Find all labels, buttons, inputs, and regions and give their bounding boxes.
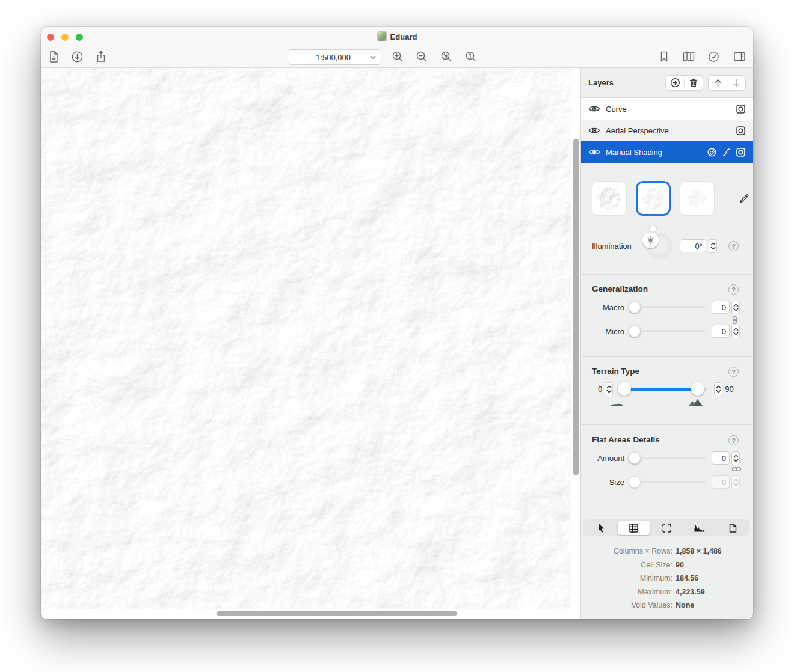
micro-value-field[interactable]: 0 — [712, 325, 730, 338]
terrain-type-max-value: 90 — [725, 385, 733, 394]
visibility-eye-icon[interactable] — [588, 105, 600, 113]
layer-row-curve[interactable]: Curve — [581, 98, 753, 120]
download-circle-icon — [71, 50, 84, 63]
app-window: Eduard 1:500,000 — [41, 27, 753, 619]
map-view-button[interactable] — [681, 49, 697, 64]
delete-layer-button[interactable] — [685, 76, 703, 90]
macro-slider[interactable] — [629, 301, 706, 313]
macro-stepper[interactable] — [731, 301, 740, 314]
grid-info-panel: Columns × Rows: 1,858 × 1,486 Cell Size:… — [581, 545, 743, 612]
illumination-help-button[interactable]: ? — [728, 241, 739, 251]
illumination-dial-knob[interactable] — [642, 232, 659, 248]
micro-slider[interactable] — [629, 325, 706, 337]
zoom-in-button[interactable] — [390, 49, 405, 64]
terrain-type-max-thumb[interactable] — [691, 382, 704, 396]
terrain-type-min-value: 0 — [598, 385, 602, 394]
terrain-type-min-stepper[interactable] — [605, 382, 613, 396]
download-button[interactable] — [69, 49, 85, 64]
illumination-angle-field[interactable]: 0° — [680, 239, 706, 252]
checkmark-seal-button[interactable] — [706, 49, 721, 64]
illumination-label: Illumination — [592, 242, 632, 251]
style-thumbnail-detailed[interactable] — [592, 181, 627, 216]
layers-header: Layers — [581, 68, 753, 97]
macro-value-field[interactable]: 0 — [712, 301, 730, 314]
layer-mask-icon[interactable] — [736, 104, 746, 114]
toggle-sidebar-button[interactable] — [731, 49, 747, 64]
tab-selection[interactable] — [651, 521, 683, 535]
inspector-mode-tabs — [583, 519, 750, 536]
share-button[interactable] — [93, 49, 109, 64]
terrain-style-preview — [640, 185, 666, 212]
map-canvas[interactable] — [41, 68, 580, 619]
layer-tone-icon[interactable] — [707, 147, 717, 157]
terrain-type-min-thumb[interactable] — [618, 382, 631, 396]
layer-row-aerial-perspective[interactable]: Aerial Perspective — [581, 120, 753, 141]
edit-style-button[interactable] — [737, 191, 752, 206]
layer-mask-icon[interactable] — [736, 126, 746, 136]
terrain-type-range-slider[interactable] — [618, 382, 709, 396]
terrain-type-help-button[interactable]: ? — [728, 367, 739, 377]
bookmarks-button[interactable] — [656, 49, 672, 64]
zoom-actual-size-button[interactable] — [463, 49, 479, 64]
micro-stepper[interactable] — [731, 325, 740, 338]
zoom-fit-button[interactable] — [439, 49, 454, 64]
bookmark-icon — [659, 50, 669, 63]
amount-size-link-button[interactable] — [731, 466, 742, 472]
zoom-in-icon — [392, 50, 404, 63]
layer-name: Aerial Perspective — [606, 126, 669, 135]
tab-histogram[interactable] — [683, 521, 716, 535]
window-title: Eduard — [41, 31, 753, 41]
map-scale-select[interactable]: 1:500,000 — [288, 49, 381, 65]
info-value: 184.56 — [676, 574, 698, 582]
vertical-scrollbar[interactable] — [573, 139, 579, 475]
share-icon — [95, 50, 107, 63]
new-document-button[interactable] — [46, 49, 61, 64]
zoom-out-button[interactable] — [414, 49, 429, 64]
layer-row-manual-shading[interactable]: Manual Shading — [581, 141, 753, 163]
zoom-out-icon — [416, 50, 428, 63]
amount-row: Amount 0 — [581, 451, 753, 465]
info-label: Cell Size: — [581, 561, 676, 569]
generalization-help-button[interactable]: ? — [728, 284, 739, 295]
add-layer-button[interactable] — [666, 76, 684, 90]
macro-micro-link-button[interactable] — [731, 316, 738, 325]
info-value: 90 — [676, 561, 684, 569]
shading-style-thumbnails — [592, 181, 752, 216]
amount-value-field[interactable]: 0 — [712, 451, 730, 465]
info-row: Minimum: 184.56 — [581, 572, 743, 585]
title-bar: Eduard — [41, 27, 753, 46]
selection-corners-icon — [662, 523, 672, 533]
trash-icon — [689, 78, 698, 88]
tab-grid-info[interactable] — [618, 521, 650, 535]
layer-mask-icon[interactable] — [736, 147, 746, 157]
info-label: Minimum: — [581, 574, 676, 582]
visibility-eye-icon[interactable] — [588, 148, 600, 156]
layer-list: Curve Aerial Perspective — [581, 98, 753, 163]
horizontal-scrollbar[interactable] — [217, 611, 457, 616]
map-icon — [682, 50, 695, 63]
tab-file-info[interactable] — [716, 521, 749, 535]
section-divider — [581, 356, 753, 357]
document-import-icon — [48, 50, 60, 63]
size-slider[interactable] — [629, 476, 706, 488]
layer-add-remove-group — [665, 75, 703, 91]
move-layer-up-button[interactable] — [709, 76, 727, 90]
layer-curve-icon[interactable] — [722, 148, 730, 157]
info-value: 1,858 × 1,486 — [676, 547, 722, 555]
terrain-type-title: Terrain Type — [592, 367, 639, 376]
flat-terrain-icon — [610, 400, 624, 407]
zoom-fit-icon — [440, 50, 452, 63]
style-thumbnail-smooth[interactable] — [680, 181, 715, 216]
sun-icon — [646, 236, 655, 245]
amount-stepper[interactable] — [731, 451, 740, 465]
flat-areas-help-button[interactable]: ? — [728, 435, 739, 445]
visibility-eye-icon[interactable] — [588, 126, 600, 135]
terrain-type-max-stepper[interactable] — [714, 382, 722, 396]
amount-slider[interactable] — [629, 452, 706, 464]
shaded-relief-map — [41, 68, 571, 609]
tab-select-tool[interactable] — [585, 521, 617, 535]
mountains-icon — [688, 397, 704, 407]
move-layer-down-button[interactable] — [727, 76, 745, 90]
illumination-stepper[interactable] — [709, 239, 717, 253]
style-thumbnail-medium[interactable] — [636, 181, 671, 216]
